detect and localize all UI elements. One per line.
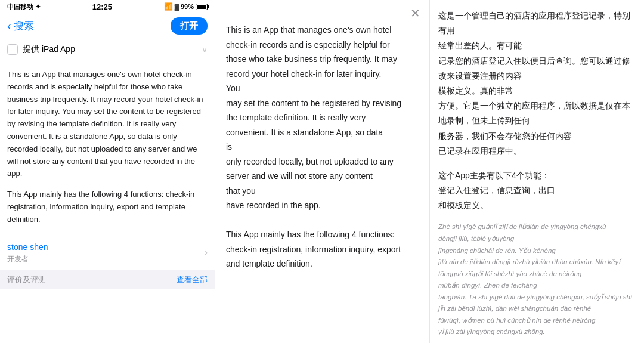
battery-label: 99% xyxy=(181,3,194,10)
modal-header: ✕ xyxy=(215,0,429,23)
modal-content: This is an App that manages one's own ho… xyxy=(215,23,429,343)
modal-line-7: the template definition. It is really ve… xyxy=(226,113,366,122)
ipad-toggle-label: 提供 iPad App xyxy=(23,44,202,55)
close-button[interactable]: ✕ xyxy=(410,7,420,19)
modal-text-block: This is an App that manages one's own ho… xyxy=(226,23,418,271)
chinese-block-1: 这是一个管理自己的酒店的应用程序登记记录，特别有用 经常出差的人。有可能 记录您… xyxy=(438,8,636,159)
modal-line-11: server and we will not store any content xyxy=(226,171,373,181)
modal-line-4: record your hotel check-in for later inq… xyxy=(226,69,381,79)
back-label: 搜索 xyxy=(14,19,34,33)
modal-line-13: have recorded in the app. xyxy=(226,200,321,210)
developer-role: 开发者 xyxy=(7,254,48,265)
modal-line-16: and template definition. xyxy=(226,259,312,268)
battery-icon xyxy=(196,4,208,10)
status-bar: 中国移动 ✦ 12:25 📶 ▓ 99% xyxy=(0,0,215,13)
developer-row[interactable]: stone shen 开发者 › xyxy=(7,236,208,270)
time-label: 12:25 xyxy=(92,2,112,11)
review-label: 评价及评测 xyxy=(7,274,46,286)
left-content-area: This is an App that manages one's own ho… xyxy=(0,60,215,343)
modal-line-14: This App mainly has the following 4 func… xyxy=(226,230,395,239)
modal-line-8: convenient. It is a standalone App, so d… xyxy=(226,128,383,137)
developer-name: stone shen xyxy=(7,241,48,254)
modal-line-2: check-in records and is especially helpf… xyxy=(226,40,390,50)
ipad-toggle-row[interactable]: 提供 iPad App ∨ xyxy=(0,39,215,60)
modal-line-12: that you xyxy=(226,186,256,196)
modal-line-9: is xyxy=(226,142,232,152)
pinyin-block: Zhè shì yīgè guǎnlǐ zìjǐ de jiǔdiàn de y… xyxy=(438,221,636,338)
modal-line-3: those who take business trip frequently.… xyxy=(226,54,397,64)
back-button[interactable]: ‹ 搜索 xyxy=(7,19,34,33)
modal-line-15: check-in registration, information inqui… xyxy=(226,245,401,254)
modal-line-10: only recorded locally, but not uploaded … xyxy=(226,157,394,166)
modal-line-1: This is an App that manages one's own ho… xyxy=(226,25,391,35)
developer-chevron-icon: › xyxy=(205,245,208,260)
left-panel: 中国移动 ✦ 12:25 📶 ▓ 99% ‹ 搜索 打开 提供 iPad App… xyxy=(0,0,215,343)
carrier-label: 中国移动 ✦ xyxy=(7,2,41,11)
chevron-down-icon: ∨ xyxy=(202,45,208,54)
review-bar: 评价及评测 查看全部 xyxy=(0,270,215,289)
right-panel: 这是一个管理自己的酒店的应用程序登记记录，特别有用 经常出差的人。有可能 记录您… xyxy=(429,0,644,343)
wifi-icon: 📶 xyxy=(164,2,173,11)
view-all-button[interactable]: 查看全部 xyxy=(177,274,208,286)
right-content-area: 这是一个管理自己的酒店的应用程序登记记录，特别有用 经常出差的人。有可能 记录您… xyxy=(430,0,644,343)
open-button[interactable]: 打开 xyxy=(171,17,208,35)
signal-icon: ▓ xyxy=(175,4,179,10)
app-description-paragraph1: This is an App that manages one's own ho… xyxy=(7,69,208,180)
modal-line-5: You xyxy=(226,84,240,93)
modal-line-6: may set the content to be registered by … xyxy=(226,98,401,108)
app-description-paragraph2: This App mainly has the following 4 func… xyxy=(7,189,208,225)
chinese-block-2: 这个App主要有以下4个功能： 登记入住登记，信息查询，出口 和模板定义。 xyxy=(438,168,636,214)
modal-panel: ✕ This is an App that manages one's own … xyxy=(215,0,429,343)
back-chevron-icon: ‹ xyxy=(7,19,11,33)
battery-area: 📶 ▓ 99% xyxy=(164,2,208,11)
nav-bar: ‹ 搜索 打开 xyxy=(0,13,215,39)
ipad-checkbox[interactable] xyxy=(7,44,18,55)
